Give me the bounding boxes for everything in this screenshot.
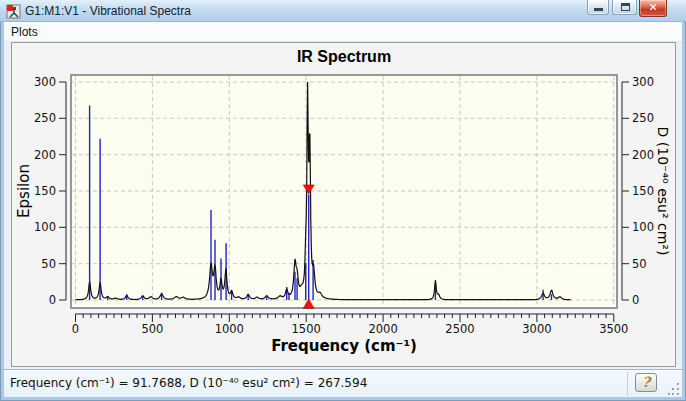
svg-text:2000: 2000 (368, 322, 397, 336)
svg-text:100: 100 (632, 220, 654, 234)
svg-text:200: 200 (632, 148, 654, 162)
svg-text:250: 250 (34, 111, 56, 125)
svg-text:3000: 3000 (522, 322, 551, 336)
status-bar: Frequency (cm⁻¹) = 91.7688, D (10⁻⁴⁰ esu… (4, 369, 682, 397)
svg-text:500: 500 (141, 322, 163, 336)
svg-text:50: 50 (632, 257, 647, 271)
svg-text:100: 100 (34, 220, 56, 234)
svg-text:300: 300 (632, 75, 654, 89)
svg-text:250: 250 (632, 111, 654, 125)
svg-text:1500: 1500 (292, 322, 321, 336)
svg-text:150: 150 (632, 184, 654, 198)
svg-text:200: 200 (34, 148, 56, 162)
svg-text:0: 0 (72, 322, 79, 336)
resize-grip[interactable] (668, 383, 681, 396)
svg-text:3500: 3500 (599, 322, 628, 336)
window: G1:M1:V1 - Vibrational Spectra ✕ Plots 0… (0, 0, 686, 401)
chart-title: IR Spectrum (71, 48, 617, 66)
help-icon: ? (642, 374, 650, 390)
help-button[interactable]: ? (635, 373, 657, 392)
status-separator (627, 372, 628, 396)
d-axis-label: D (10⁻⁴⁰ esu² cm²) (655, 127, 671, 256)
svg-text:0: 0 (632, 293, 639, 307)
svg-text:50: 50 (41, 257, 56, 271)
frequency-axis-label: Frequency (cm⁻¹) (71, 337, 617, 355)
svg-text:150: 150 (34, 184, 56, 198)
epsilon-axis-label: Epsilon (15, 164, 33, 218)
status-text: Frequency (cm⁻¹) = 91.7688, D (10⁻⁴⁰ esu… (10, 376, 367, 390)
svg-text:1000: 1000 (215, 322, 244, 336)
y-axis-right: 050100150200250300 (622, 75, 654, 307)
x-axis: 0500100015002000250030003500 (72, 314, 629, 336)
svg-text:0: 0 (49, 293, 56, 307)
y-axis-left: 050100150200250300 (34, 75, 66, 307)
svg-text:300: 300 (34, 75, 56, 89)
svg-text:2500: 2500 (445, 322, 474, 336)
